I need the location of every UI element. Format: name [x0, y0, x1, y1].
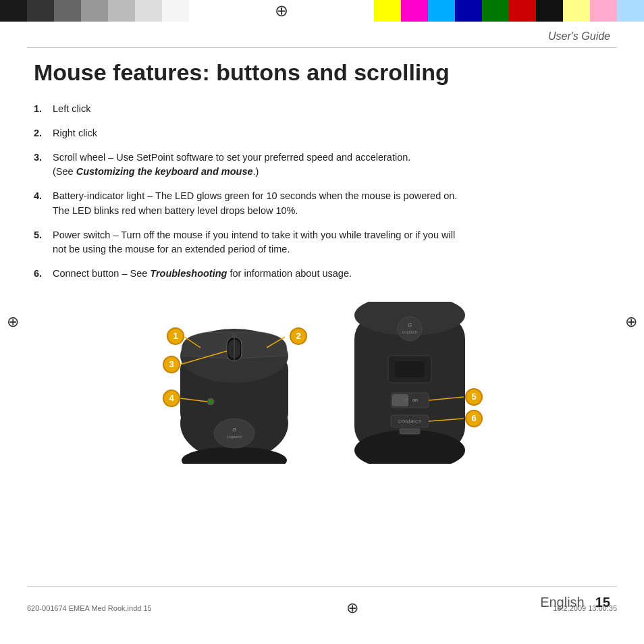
item-6-num: 6. [34, 267, 53, 281]
footer-page-number: 15 [595, 595, 610, 610]
svg-text:G: G [408, 322, 412, 328]
color-block-lightblue [617, 0, 644, 22]
callout-1: 1 [167, 327, 184, 345]
svg-rect-23 [395, 361, 425, 377]
item-3-text: Scroll wheel – Use SetPoint software to … [53, 151, 610, 180]
color-block-cyan [428, 0, 455, 22]
svg-point-7 [214, 419, 254, 448]
color-block-green [482, 0, 509, 22]
svg-text:on: on [412, 398, 418, 402]
footer: 620-001674 EMEA Med Rook.indd 15 ⊕ 18.2.… [27, 599, 617, 617]
list-item-2: 2. Right click [34, 126, 610, 141]
color-block-red [509, 0, 536, 22]
callout-6: 6 [465, 410, 483, 427]
item-3-num: 3. [34, 151, 53, 180]
reg-mark-left: ⊕ [7, 313, 19, 331]
color-block-5 [108, 0, 135, 22]
color-block-6 [135, 0, 162, 22]
feature-list: 1. Left click 2. Right click 3. Scroll w… [34, 102, 610, 281]
item-2-text: Right click [53, 126, 610, 141]
svg-text:CONNECT: CONNECT [398, 419, 422, 424]
header-divider [27, 47, 617, 48]
page-title: Mouse features: buttons and scrolling [34, 59, 610, 86]
list-item-1: 1. Left click [34, 102, 610, 117]
color-block-lightyellow [563, 0, 590, 22]
svg-point-11 [209, 400, 213, 404]
svg-rect-30 [400, 429, 420, 434]
item-1-num: 1. [34, 102, 53, 117]
mouse-front-svg: G Logitech [160, 302, 308, 464]
color-block-black2 [536, 0, 563, 22]
item-4-text: Battery-indicator light – The LED glows … [53, 189, 610, 219]
color-block-2 [27, 0, 54, 22]
footer-left-text: 620-001674 EMEA Med Rook.indd 15 [27, 604, 152, 612]
footer-language: English [540, 595, 585, 610]
list-item-5: 5. Power switch – Turn off the mouse if … [34, 228, 610, 258]
svg-text:Logitech: Logitech [227, 435, 242, 439]
svg-text:Logitech: Logitech [402, 330, 418, 334]
color-block-lightpink [590, 0, 617, 22]
reg-mark-bottom: ⊕ [346, 599, 358, 617]
svg-point-19 [398, 317, 422, 341]
color-strip: ⊕ [0, 0, 644, 22]
callout-3: 3 [163, 356, 180, 373]
item-2-num: 2. [34, 126, 53, 141]
reg-mark-right: ⊕ [625, 313, 637, 331]
main-content: Mouse features: buttons and scrolling 1.… [34, 59, 610, 576]
color-block-yellow [374, 0, 401, 22]
mouse-back-svg: G Logitech on off CONNECT [336, 302, 484, 464]
item-6-bold: Troubleshooting [150, 268, 227, 279]
list-item-4: 4. Battery-indicator light – The LED glo… [34, 189, 610, 219]
color-block-blue [455, 0, 482, 22]
color-block-7 [162, 0, 189, 22]
mouse-back-image: G Logitech on off CONNECT 5 [336, 302, 484, 464]
mouse-front-image: G Logitech 1 2 3 [160, 302, 308, 464]
page-header-title: User's Guide [548, 30, 610, 43]
color-block-4 [81, 0, 108, 22]
svg-text:G: G [232, 427, 236, 432]
svg-text:off: off [403, 398, 408, 402]
color-block-1 [0, 0, 27, 22]
color-block-3 [54, 0, 81, 22]
callout-5: 5 [465, 388, 483, 406]
footer-language-page: English 15 [540, 595, 610, 610]
list-item-6: 6. Connect button – See Troubleshooting … [34, 267, 610, 281]
color-block-magenta [401, 0, 428, 22]
top-center-space: ⊕ [189, 0, 374, 22]
images-area: G Logitech 1 2 3 [34, 302, 610, 464]
callout-4: 4 [163, 390, 180, 407]
item-6-text: Connect button – See Troubleshooting for… [53, 267, 610, 281]
item-5-text: Power switch – Turn off the mouse if you… [53, 228, 610, 258]
item-4-num: 4. [34, 189, 53, 219]
item-5-num: 5. [34, 228, 53, 258]
item-3-bold: Customizing the keyboard and mouse [76, 166, 253, 177]
item-1-text: Left click [53, 102, 610, 117]
footer-divider [27, 586, 617, 587]
list-item-3: 3. Scroll wheel – Use SetPoint software … [34, 151, 610, 180]
callout-2: 2 [290, 327, 307, 345]
reg-mark-top: ⊕ [275, 1, 288, 20]
